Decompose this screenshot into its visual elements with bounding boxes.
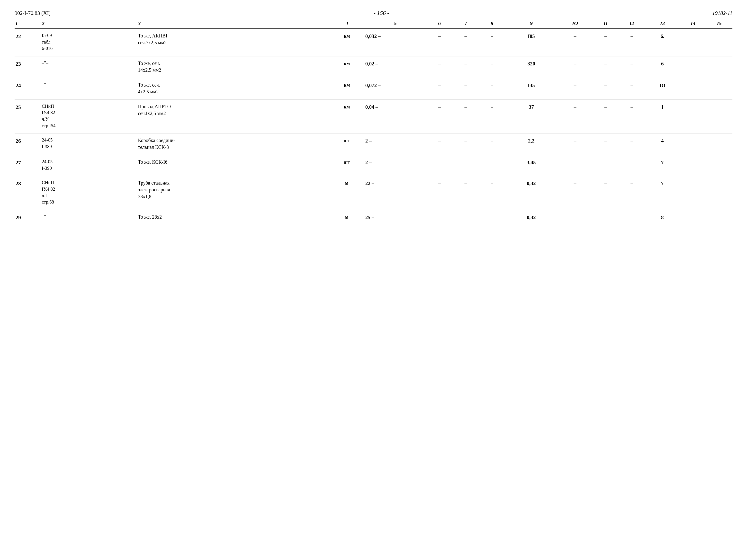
row-col12: – — [619, 78, 645, 98]
row-col15 — [706, 100, 732, 131]
row-col5: 0,04 – — [364, 100, 427, 131]
table-row: 28СНиП IУ.4.82 ч.I стр.68Труба стальная … — [15, 176, 732, 208]
col-header-7: 7 — [453, 18, 479, 29]
row-ref: –"– — [41, 56, 137, 76]
row-col10: – — [558, 100, 593, 131]
row-col14 — [680, 100, 706, 131]
row-col13: 4 — [645, 133, 680, 153]
row-unit: км — [329, 78, 364, 98]
table-row: 2724-05 I-390То же, КСК-I6шт2 ––––3,45––… — [15, 155, 732, 174]
col-header-13: I3 — [645, 18, 680, 29]
row-unit: км — [329, 56, 364, 76]
col-header-3: 3 — [137, 18, 329, 29]
row-col14 — [680, 176, 706, 208]
row-col12: – — [619, 210, 645, 223]
row-col10: – — [558, 210, 593, 223]
row-num: 27 — [15, 155, 41, 174]
row-col9: 2,2 — [505, 133, 558, 153]
row-col7: – — [453, 29, 479, 54]
row-col11: – — [593, 155, 619, 174]
table-row: 24–"–То же, сеч. 4х2,5 мм2км0,072 ––––I3… — [15, 78, 732, 98]
row-col12: – — [619, 155, 645, 174]
row-col5: 0,02 – — [364, 56, 427, 76]
table-row: 25СНиП IУ.4.82 ч.У стр.I54Провод АПРТО с… — [15, 100, 732, 131]
main-table: I 2 3 4 5 6 7 8 9 IO II I2 I3 I4 I5 22I5… — [15, 18, 732, 225]
table-row: 2624-05 I-389Коробка соедини- тельная КС… — [15, 133, 732, 153]
row-col7: – — [453, 210, 479, 223]
col-header-5: 5 — [364, 18, 427, 29]
spacer-row — [15, 223, 732, 225]
col-header-9: 9 — [505, 18, 558, 29]
row-col5: 0,032 – — [364, 29, 427, 54]
row-col12: – — [619, 176, 645, 208]
row-col11: – — [593, 29, 619, 54]
row-col8: – — [479, 100, 505, 131]
row-col14 — [680, 133, 706, 153]
spacer-row — [15, 54, 732, 56]
row-col15 — [706, 29, 732, 54]
row-col8: – — [479, 29, 505, 54]
table-row: 29–"–То же, 28х2м25 ––––0,32–––8 — [15, 210, 732, 223]
row-col11: – — [593, 133, 619, 153]
row-col5: 2 – — [364, 155, 427, 174]
page-header: 902-I-70.83 (XI) - 156 - 19182-11 — [15, 10, 732, 16]
col-header-8: 8 — [479, 18, 505, 29]
row-unit: м — [329, 176, 364, 208]
col-header-11: II — [593, 18, 619, 29]
row-col14 — [680, 155, 706, 174]
row-col9: 3,45 — [505, 155, 558, 174]
spacer-row — [15, 131, 732, 133]
row-unit: шт — [329, 155, 364, 174]
row-ref: 24-05 I-389 — [41, 133, 137, 153]
row-desc: Труба стальная электросварная 33х1,8 — [137, 176, 329, 208]
row-col15 — [706, 176, 732, 208]
row-num: 22 — [15, 29, 41, 54]
row-col5: 0,072 – — [364, 78, 427, 98]
row-desc: То же, сеч. 14х2,5 мм2 — [137, 56, 329, 76]
row-desc: То же, КСК-I6 — [137, 155, 329, 174]
row-col13: 6 — [645, 56, 680, 76]
table-row: 22I5-09 табл. 6-016То же, АКПВГ сеч.7х2,… — [15, 29, 732, 54]
row-col7: – — [453, 176, 479, 208]
row-unit: м — [329, 210, 364, 223]
row-col10: – — [558, 155, 593, 174]
row-col5: 25 – — [364, 210, 427, 223]
col-header-1: I — [15, 18, 41, 29]
row-num: 23 — [15, 56, 41, 76]
row-unit: км — [329, 29, 364, 54]
col-header-10: IO — [558, 18, 593, 29]
row-col8: – — [479, 78, 505, 98]
row-col6: – — [427, 78, 453, 98]
row-col7: – — [453, 78, 479, 98]
row-col7: – — [453, 100, 479, 131]
row-col14 — [680, 29, 706, 54]
row-col10: – — [558, 78, 593, 98]
row-col9: 320 — [505, 56, 558, 76]
col-header-14: I4 — [680, 18, 706, 29]
row-desc: Коробка соедини- тельная КСК-8 — [137, 133, 329, 153]
row-col15 — [706, 133, 732, 153]
doc-ref: 19182-11 — [712, 10, 732, 16]
row-num: 28 — [15, 176, 41, 208]
row-ref: СНиП IУ.4.82 ч.У стр.I54 — [41, 100, 137, 131]
row-col14 — [680, 210, 706, 223]
col-header-15: I5 — [706, 18, 732, 29]
row-num: 25 — [15, 100, 41, 131]
row-col13: I — [645, 100, 680, 131]
row-desc: То же, АКПВГ сеч.7х2,5 мм2 — [137, 29, 329, 54]
row-ref: –"– — [41, 210, 137, 223]
row-col6: – — [427, 176, 453, 208]
row-col5: 2 – — [364, 133, 427, 153]
row-num: 29 — [15, 210, 41, 223]
table-row: 23–"–То же, сеч. 14х2,5 мм2км0,02 ––––32… — [15, 56, 732, 76]
row-num: 26 — [15, 133, 41, 153]
row-col10: – — [558, 56, 593, 76]
col-header-12: I2 — [619, 18, 645, 29]
row-col14 — [680, 56, 706, 76]
row-col8: – — [479, 210, 505, 223]
row-col15 — [706, 155, 732, 174]
row-col12: – — [619, 29, 645, 54]
row-col9: 0,32 — [505, 176, 558, 208]
row-col13: 7 — [645, 155, 680, 174]
spacer-row — [15, 208, 732, 210]
